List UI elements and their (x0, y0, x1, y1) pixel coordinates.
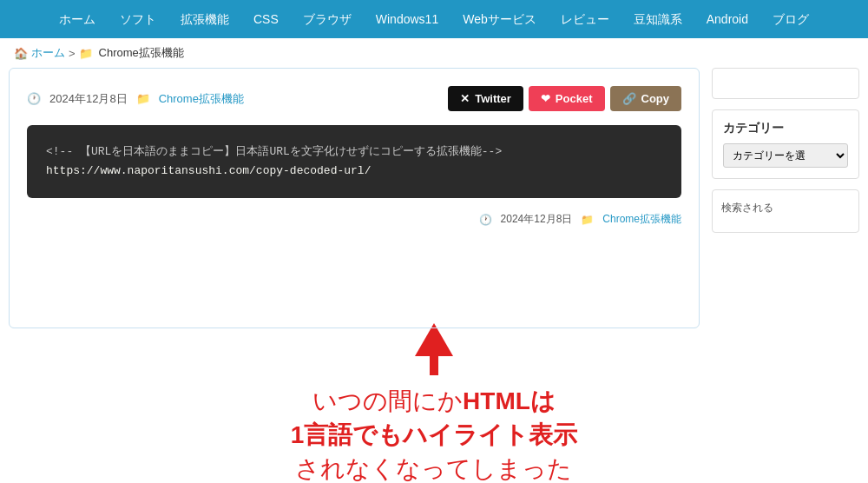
pocket-icon: ❤ (541, 92, 550, 105)
category-select[interactable]: カテゴリーを選 (723, 143, 848, 168)
twitter-label: Twitter (475, 92, 511, 105)
nav-item-extension[interactable]: 拡張機能 (168, 0, 241, 38)
breadcrumb-current: Chrome拡張機能 (99, 45, 184, 61)
annotation-area: いつの間にかHTMLは 1言語でもハイライト表示 されなくなってしまった (0, 328, 868, 483)
category-title: カテゴリー (723, 121, 848, 136)
breadcrumb-home-link[interactable]: ホーム (31, 45, 65, 61)
nav-item-blog[interactable]: ブログ (760, 0, 821, 38)
breadcrumb: 🏠 ホーム > 📁 Chrome拡張機能 (0, 38, 868, 68)
content-area: 🕐 2024年12月8日 📁 Chrome拡張機能 ✕ Twitter ❤ Po… (9, 68, 700, 328)
nav-item-trivia[interactable]: 豆知識系 (621, 0, 694, 38)
footer-date: 2024年12月8日 (501, 212, 573, 227)
code-url: https://www.naporitansushi.com/copy-deco… (46, 162, 662, 181)
sidebar: カテゴリー カテゴリーを選 検索される (712, 68, 859, 328)
main-layout: 🕐 2024年12月8日 📁 Chrome拡張機能 ✕ Twitter ❤ Po… (0, 68, 868, 328)
nav-item-browser[interactable]: ブラウザ (291, 0, 364, 38)
nav-item-review[interactable]: レビュー (549, 0, 621, 38)
folder-icon: 📁 (79, 47, 93, 60)
nav-item-home[interactable]: ホーム (47, 0, 108, 38)
code-comment: <!-- 【URLを日本語のままコピー】日本語URLを文字化けせずにコピーする拡… (46, 142, 662, 162)
copy-button[interactable]: 🔗 Copy (610, 86, 682, 111)
annotation-line3: されなくなってしまった (291, 452, 578, 483)
footer-category-link[interactable]: Chrome拡張機能 (602, 212, 681, 227)
home-icon: 🏠 (14, 47, 28, 60)
nav-item-webservice[interactable]: Webサービス (450, 0, 549, 38)
arrow-shaft (430, 356, 438, 375)
nav-item-css[interactable]: CSS (241, 0, 291, 38)
pocket-label: Pocket (556, 92, 593, 105)
nav-item-windows11[interactable]: Windows11 (364, 0, 450, 38)
meta-left: 🕐 2024年12月8日 📁 Chrome拡張機能 (27, 91, 244, 107)
twitter-share-button[interactable]: ✕ Twitter (448, 86, 523, 111)
article-meta: 🕐 2024年12月8日 📁 Chrome拡張機能 ✕ Twitter ❤ Po… (27, 86, 681, 111)
footer-folder-icon: 📁 (581, 214, 594, 226)
sidebar-search-input[interactable] (712, 68, 859, 99)
top-navigation: ホーム ソフト 拡張機能 CSS ブラウザ Windows11 Webサービス … (0, 0, 868, 38)
folder-icon: 📁 (136, 92, 150, 105)
code-block: <!-- 【URLを日本語のままコピー】日本語URLを文字化けせずにコピーする拡… (27, 125, 681, 198)
post-footer-meta: 🕐 2024年12月8日 📁 Chrome拡張機能 (27, 212, 681, 227)
breadcrumb-separator: > (69, 47, 76, 60)
annotation-line1: いつの間にかHTMLは (291, 384, 578, 418)
sidebar-category-box: カテゴリー カテゴリーを選 (712, 109, 859, 179)
pocket-share-button[interactable]: ❤ Pocket (529, 86, 605, 111)
x-icon: ✕ (460, 92, 470, 105)
nav-item-android[interactable]: Android (694, 0, 760, 38)
sidebar-search-box: 検索される (712, 189, 859, 233)
link-icon: 🔗 (622, 92, 636, 105)
nav-item-soft[interactable]: ソフト (108, 0, 168, 38)
sidebar-search-label: 検索される (721, 202, 773, 214)
footer-clock-icon: 🕐 (479, 214, 492, 226)
share-buttons: ✕ Twitter ❤ Pocket 🔗 Copy (448, 86, 681, 111)
article-category-link[interactable]: Chrome拡張機能 (159, 91, 244, 107)
article-date: 2024年12月8日 (49, 91, 128, 107)
clock-icon: 🕐 (27, 92, 41, 105)
annotation-text: いつの間にかHTMLは 1言語でもハイライト表示 されなくなってしまった (291, 384, 578, 483)
annotation-line2: 1言語でもハイライト表示 (291, 418, 578, 452)
copy-label: Copy (641, 92, 670, 105)
